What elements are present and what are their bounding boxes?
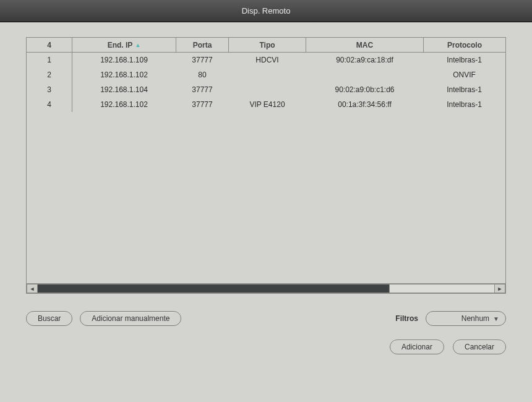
cell-port: 37777 (176, 97, 229, 112)
chevron-down-icon: ▼ (493, 315, 499, 322)
cell-ip: 192.168.1.104 (72, 82, 176, 97)
cell-index: 3 (27, 82, 72, 97)
table-body: 1192.168.1.10937777HDCVI90:02:a9:ca:18:d… (27, 53, 505, 283)
cell-protocol: Intelbras-1 (424, 97, 505, 112)
device-table: 4 End. IP ▲ Porta Tipo MAC Protocolo 119… (26, 37, 506, 294)
cell-port: 80 (176, 67, 229, 82)
scroll-thumb[interactable] (389, 284, 494, 293)
cell-port: 37777 (176, 53, 229, 67)
cell-port: 37777 (176, 82, 229, 97)
table-row[interactable]: 3192.168.1.1043777790:02:a9:0b:c1:d6Inte… (27, 82, 505, 97)
cell-index: 4 (27, 97, 72, 112)
filters-selected-value: Nenhum (461, 314, 489, 323)
cell-ip: 192.168.1.102 (72, 67, 176, 82)
add-button[interactable]: Adicionar (390, 340, 444, 354)
controls-row: Buscar Adicionar manualmente Filtros Nen… (26, 311, 506, 326)
table-row[interactable]: 2192.168.1.10280ONVIF (27, 67, 505, 82)
cell-mac: 00:1a:3f:34:56:ff (306, 97, 424, 112)
cell-ip: 192.168.1.102 (72, 97, 176, 112)
column-header-port[interactable]: Porta (176, 38, 229, 52)
sort-ascending-icon: ▲ (135, 42, 140, 48)
table-row[interactable]: 4192.168.1.10237777VIP E412000:1a:3f:34:… (27, 97, 505, 112)
column-header-count[interactable]: 4 (27, 38, 72, 52)
window-title: Disp. Remoto (242, 6, 291, 15)
cell-type: HDCVI (229, 53, 306, 67)
cancel-button[interactable]: Cancelar (453, 340, 506, 354)
cell-mac: 90:02:a9:ca:18:df (306, 53, 424, 67)
filters-label: Filtros (395, 314, 418, 323)
search-button[interactable]: Buscar (26, 311, 72, 326)
titlebar: Disp. Remoto (0, 0, 532, 22)
scroll-right-button[interactable]: ► (494, 284, 505, 293)
cell-protocol: Intelbras-1 (424, 82, 505, 97)
column-header-protocol[interactable]: Protocolo (424, 38, 505, 52)
column-header-mac[interactable]: MAC (306, 38, 424, 52)
add-manually-button[interactable]: Adicionar manualmente (80, 311, 181, 326)
cell-protocol: Intelbras-1 (424, 53, 505, 67)
filters-dropdown[interactable]: Nenhum ▼ (426, 311, 506, 326)
action-row: Adicionar Cancelar (26, 340, 506, 354)
cell-type (229, 67, 306, 82)
scroll-track[interactable] (38, 284, 494, 293)
content-area: 4 End. IP ▲ Porta Tipo MAC Protocolo 119… (0, 22, 532, 367)
horizontal-scrollbar[interactable]: ◄ ► (27, 283, 505, 293)
table-header-row: 4 End. IP ▲ Porta Tipo MAC Protocolo (27, 38, 505, 53)
cell-mac: 90:02:a9:0b:c1:d6 (306, 82, 424, 97)
cell-type (229, 82, 306, 97)
filters-group: Filtros Nenhum ▼ (395, 311, 506, 326)
cell-ip: 192.168.1.109 (72, 53, 176, 67)
cell-type: VIP E4120 (229, 97, 306, 112)
table-row[interactable]: 1192.168.1.10937777HDCVI90:02:a9:ca:18:d… (27, 53, 505, 67)
column-header-ip[interactable]: End. IP ▲ (72, 38, 176, 52)
cell-protocol: ONVIF (424, 67, 505, 82)
cell-index: 1 (27, 53, 72, 67)
column-header-type[interactable]: Tipo (229, 38, 306, 52)
scroll-left-button[interactable]: ◄ (27, 284, 38, 293)
cell-index: 2 (27, 67, 72, 82)
cell-mac (306, 67, 424, 82)
